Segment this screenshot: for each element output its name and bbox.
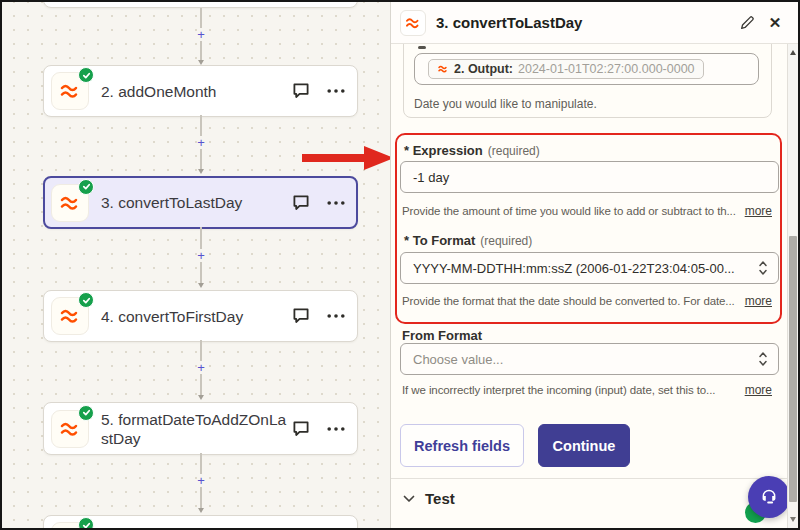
more-options-icon[interactable] [327,314,345,318]
formatter-app-tile [51,184,89,222]
formatter-app-tile [51,410,89,448]
comment-icon[interactable] [291,306,311,326]
to-format-helper-row: Provide the format that the date should … [402,294,772,308]
to-format-more-link[interactable]: more [745,294,772,308]
add-step-plus-icon[interactable]: + [197,28,205,41]
panel-header: 3. convertToLastDay ✕ [391,2,798,44]
section-divider [391,478,787,479]
connector-line [200,262,202,284]
support-agent-icon[interactable] [748,476,790,518]
help-chat-widget[interactable] [748,476,790,518]
refresh-fields-button[interactable]: Refresh fields [400,424,524,467]
expression-input[interactable]: -1 day [400,161,779,193]
step-card-partial-above[interactable] [43,0,358,8]
connector-line [200,340,202,361]
step-card-converttolastday-selected[interactable]: 3. convertToLastDay [43,176,358,229]
connector-line [200,453,202,474]
add-step-plus-icon[interactable]: + [197,361,205,374]
connector-line [200,41,202,61]
token-label: 2. Output: [454,62,513,76]
formatter-squiggle-icon [58,79,82,103]
formatter-app-tile [51,297,89,335]
connector-arrow-icon [198,169,204,174]
step-settings-panel: 3. convertToLastDay ✕ 2. Ou [390,2,798,528]
edit-pencil-icon[interactable] [738,14,756,32]
formatter-squiggle-icon [58,191,82,215]
to-format-helper-text: Provide the format that the date should … [402,295,735,307]
step-title: 3. convertToLastDay [101,193,291,212]
step-connector: + [193,8,209,65]
scrollbar-thumb[interactable] [789,236,797,502]
more-options-icon[interactable] [327,89,345,93]
formatter-app-tile [400,10,426,36]
formatter-app-tile [51,522,89,530]
success-check-badge [78,67,94,83]
connector-arrow-icon [198,283,204,288]
step-connector: + [193,227,209,288]
more-options-icon[interactable] [327,427,345,431]
from-format-helper-row: If we incorrectly interpret the incoming… [402,383,772,397]
from-format-helper-text: If we incorrectly interpret the incoming… [402,384,715,396]
formatter-squiggle-icon [437,63,449,75]
comment-icon[interactable] [291,81,311,101]
expression-label: * Expression(required) [404,143,540,158]
expression-more-link[interactable]: more [745,204,772,218]
connector-line [200,374,202,395]
formatter-squiggle-icon [404,14,422,32]
success-check-badge [78,517,94,530]
expression-helper-text: Provide the amount of time you would lik… [402,205,736,217]
step-connector: + [193,453,209,513]
comment-icon[interactable] [291,419,311,439]
success-check-badge [78,292,94,308]
from-format-more-link[interactable]: more [745,383,772,397]
to-format-label: * To Format(required) [404,233,532,248]
panel-scrollbar[interactable] [787,44,798,528]
panel-title: 3. convertToLastDay [436,14,728,31]
continue-button[interactable]: Continue [538,424,630,467]
connector-arrow-icon [198,395,204,400]
formatter-squiggle-icon [58,417,82,441]
test-section-toggle[interactable]: Test [403,490,455,507]
step-card-partial-below[interactable] [43,515,358,530]
chevron-updown-icon [758,350,768,368]
chevron-down-icon [403,495,415,503]
workflow-canvas[interactable]: + 2. addOneMonth [2,2,390,528]
connector-line [200,8,202,28]
from-format-select[interactable]: Choose value... [400,343,779,375]
close-icon[interactable]: ✕ [766,14,784,32]
comment-icon[interactable] [291,193,311,213]
chevron-updown-icon [758,259,768,277]
to-format-select[interactable]: YYYY-MM-DDTHH:mm:ssZ (2006-01-22T23:04:0… [400,252,779,284]
connector-line [200,487,202,508]
connector-line [200,227,202,249]
add-step-plus-icon[interactable]: + [197,249,205,262]
step-title: 5. formatDateToAddZOnLastDay [101,410,291,448]
add-step-plus-icon[interactable]: + [197,136,205,149]
expression-value: -1 day [413,170,449,185]
success-check-badge [78,179,94,195]
annotation-arrow-icon [302,143,396,173]
more-options-icon[interactable] [327,201,345,205]
add-step-plus-icon[interactable]: + [197,474,205,487]
formatter-squiggle-icon [58,304,82,328]
scroll-down-arrow-icon[interactable] [790,517,796,522]
step-card-formatdatetoaddz[interactable]: 5. formatDateToAddZOnLastDay [43,402,358,455]
step-connector: + [193,340,209,400]
expression-helper-row: Provide the amount of time you would lik… [402,204,772,218]
scroll-up-arrow-icon[interactable] [790,50,796,55]
step-title: 4. convertToFirstDay [101,307,291,326]
success-check-badge [78,405,94,421]
to-format-value: YYYY-MM-DDTHH:mm:ssZ (2006-01-22T23:04:0… [413,261,735,276]
token-value: 2024-01-01T02:27:00.000-0000 [518,62,695,76]
date-helper-text: Date you would like to manipulate. [414,97,597,111]
connector-line [200,115,202,136]
formatter-app-tile [51,72,89,110]
panel-body: 2. Output: 2024-01-01T02:27:00.000-0000 … [391,44,798,528]
step-connector: + [193,115,209,174]
step-card-addonemonth[interactable]: 2. addOneMonth [43,65,358,117]
connector-arrow-icon [198,508,204,513]
zapier-editor-window: + 2. addOneMonth [0,0,800,530]
date-input[interactable]: 2. Output: 2024-01-01T02:27:00.000-0000 [414,53,759,85]
step-card-converttofirstday[interactable]: 4. convertToFirstDay [43,290,358,342]
mapped-field-token[interactable]: 2. Output: 2024-01-01T02:27:00.000-0000 [428,59,704,79]
